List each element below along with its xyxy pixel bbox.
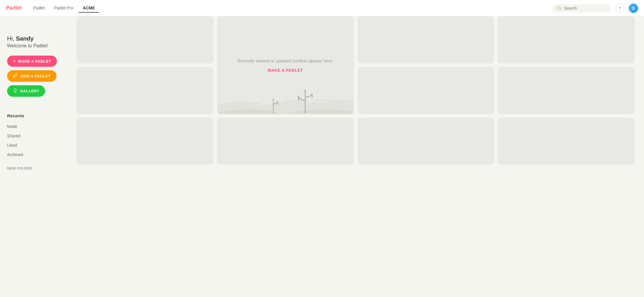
main-layout: Hi, Sandy Welcome to Padlet! + MAKE A PA… [0, 16, 644, 297]
nav-tab-padlet-pro[interactable]: Padlet Pro [50, 4, 77, 13]
make-padlet-label: MAKE A PADLET [18, 59, 51, 64]
padlet-card[interactable] [357, 118, 494, 165]
padlet-card[interactable] [77, 67, 213, 114]
search-bar[interactable] [552, 4, 611, 12]
padlet-card[interactable] [77, 16, 213, 64]
top-nav: Padlet Padlet Padlet Pro ACME ? S [0, 0, 644, 16]
sidebar-item-shared-label: Shared [7, 134, 20, 138]
search-icon [557, 6, 562, 11]
empty-state-message: Recently viewed or updated padlets appea… [237, 58, 334, 73]
nav-tab-padlet[interactable]: Padlet [29, 4, 49, 13]
sidebar-section-title: Recents [7, 113, 69, 118]
sidebar-nav: Recents Made Shared Liked Archived NEW F… [7, 113, 69, 173]
join-padlet-label: JOIN A PADLET [20, 74, 51, 78]
padlet-card[interactable] [498, 67, 635, 114]
join-padlet-button[interactable]: JOIN A PADLET [7, 70, 57, 82]
sidebar-item-liked[interactable]: Liked [7, 141, 69, 150]
user-name: Sandy [16, 35, 34, 42]
padlet-card[interactable] [77, 118, 213, 165]
padlet-card[interactable] [357, 67, 494, 114]
gallery-label: GALLERY [20, 89, 39, 93]
padlet-card[interactable] [498, 118, 635, 165]
sidebar-item-archived-label: Archived [7, 152, 23, 157]
content-area: Recently viewed or updated padlets appea… [77, 16, 644, 297]
search-input[interactable] [564, 6, 605, 11]
padlet-card[interactable] [498, 16, 635, 64]
bulb-icon [13, 88, 18, 94]
empty-message-text: Recently viewed or updated padlets appea… [237, 58, 334, 63]
link-icon [13, 73, 18, 79]
welcome-section: Hi, Sandy Welcome to Padlet! + MAKE A PA… [7, 26, 69, 104]
gallery-button[interactable]: GALLERY [7, 85, 45, 97]
sidebar-item-shared[interactable]: Shared [7, 131, 69, 141]
greeting-text: Hi, [7, 35, 16, 42]
help-button[interactable]: ? [616, 4, 624, 12]
new-folder-button[interactable]: NEW FOLDER [7, 164, 69, 173]
make-padlet-button[interactable]: + MAKE A PADLET [7, 56, 57, 67]
padlet-card[interactable] [217, 118, 354, 165]
sidebar-item-liked-label: Liked [7, 143, 17, 148]
nav-tabs: Padlet Padlet Pro ACME [29, 4, 552, 13]
sidebar-item-archived[interactable]: Archived [7, 150, 69, 159]
sidebar: Hi, Sandy Welcome to Padlet! + MAKE A PA… [0, 16, 77, 297]
app-logo: Padlet [6, 5, 22, 11]
welcome-greeting: Hi, Sandy [7, 35, 69, 42]
svg-point-0 [557, 6, 561, 10]
sidebar-item-made[interactable]: Made [7, 122, 69, 131]
sidebar-item-made-label: Made [7, 124, 17, 129]
padlet-card-main[interactable]: Recently viewed or updated padlets appea… [217, 16, 354, 114]
welcome-subtitle: Welcome to Padlet! [7, 43, 69, 49]
nav-right: ? S [552, 4, 638, 13]
action-buttons: + MAKE A PADLET JOIN A PADLET [7, 56, 69, 97]
user-avatar[interactable]: S [629, 4, 638, 13]
padlet-card[interactable] [357, 16, 494, 64]
padlet-grid: Recently viewed or updated padlets appea… [77, 16, 635, 165]
make-padlet-link[interactable]: MAKE A PADLET [237, 68, 334, 73]
plus-icon: + [13, 59, 16, 64]
svg-line-1 [560, 9, 561, 10]
nav-tab-acme[interactable]: ACME [79, 4, 99, 13]
